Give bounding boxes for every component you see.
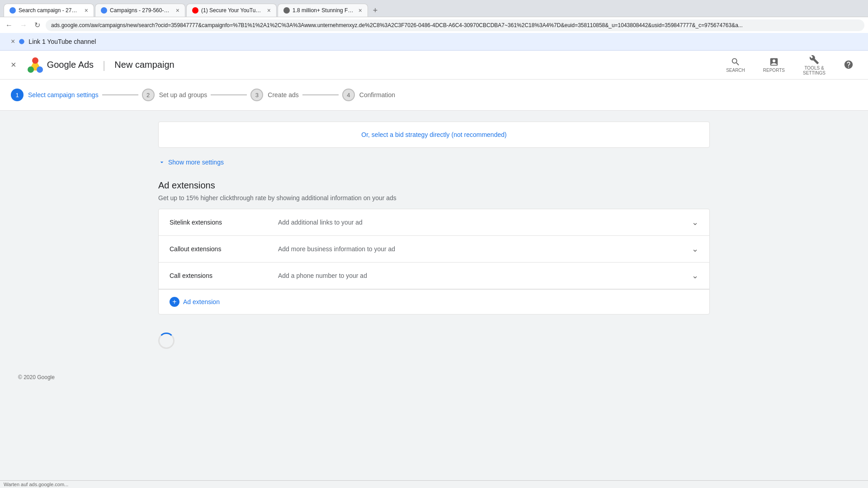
google-ads-logo-icon: [27, 57, 43, 73]
tab-favicon: [101, 7, 107, 14]
svg-point-2: [37, 66, 43, 73]
call-extension-row[interactable]: Call extensions Add a phone number to yo…: [159, 263, 709, 289]
link-notification: × Link 1 YouTube channel: [0, 33, 868, 51]
step-3-label: Create ads: [268, 91, 298, 99]
reports-nav-label: REPORTS: [763, 68, 785, 73]
callout-extension-desc: Add more business information to your ad: [278, 245, 692, 253]
loading-spinner: [158, 333, 175, 349]
page-title: New campaign: [114, 60, 174, 70]
search-icon: [731, 57, 741, 67]
step-4: 4 Confirmation: [342, 89, 395, 101]
page-footer: © 2020 Google: [0, 367, 868, 388]
chevron-down-icon: [158, 159, 165, 166]
header-divider: |: [103, 59, 105, 71]
header-nav: SEARCH REPORTS TOOLS &SETTINGS: [722, 53, 857, 77]
sitelink-extension-desc: Add additional links to your ad: [278, 219, 692, 226]
svg-point-0: [19, 39, 25, 44]
help-icon: [844, 60, 854, 70]
tab-title: Campaigns - 279-560-1893: [110, 7, 171, 14]
browser-tab-active[interactable]: Search campaign - 279-560-... ×: [4, 4, 94, 17]
reload-btn[interactable]: ↻: [33, 19, 42, 31]
svg-point-3: [28, 66, 34, 73]
forward-btn[interactable]: →: [18, 19, 29, 31]
step-2-circle: 2: [142, 89, 155, 101]
tools-icon: [809, 55, 819, 65]
sitelink-extension-row[interactable]: Sitelink extensions Add additional links…: [159, 209, 709, 236]
tab-close-btn[interactable]: ×: [176, 7, 179, 14]
loading-container: [158, 325, 710, 356]
add-extension-btn[interactable]: + Ad extension: [170, 297, 220, 307]
call-extension-desc: Add a phone number to your ad: [278, 272, 692, 279]
tab-title: Search campaign - 279-560-...: [19, 7, 80, 14]
step-connector-2-3: [211, 94, 247, 95]
tab-close-btn[interactable]: ×: [359, 7, 362, 14]
browser-tab-2[interactable]: Campaigns - 279-560-1893 ×: [95, 4, 185, 17]
campaign-stepper: 1 Select campaign settings 2 Set up ad g…: [0, 80, 868, 111]
app-header: × Google Ads | New campaign SEARCH REPOR…: [0, 51, 868, 80]
step-connector-1-2: [102, 94, 138, 95]
step-4-label: Confirmation: [359, 91, 395, 99]
tab-favicon: [9, 7, 16, 14]
address-bar-input[interactable]: [46, 19, 864, 31]
tab-title: 1.8 million+ Stunning Free Im...: [292, 7, 354, 14]
tab-favicon: [192, 7, 198, 14]
step-1-circle: 1: [11, 89, 24, 101]
copyright-text: © 2020 Google: [18, 374, 55, 380]
bid-strategy-section: Or, select a bid strategy directly (not …: [158, 122, 710, 148]
show-more-settings-label: Show more settings: [168, 159, 224, 166]
step-2-label: Set up ad groups: [159, 91, 208, 99]
step-1-label: Select campaign settings: [28, 91, 99, 99]
tools-nav-label: TOOLS &SETTINGS: [803, 66, 826, 75]
back-btn[interactable]: ←: [4, 19, 14, 31]
step-connector-3-4: [302, 94, 339, 95]
browser-chrome: Search campaign - 279-560-... × Campaign…: [0, 0, 868, 33]
add-extension-label: Ad extension: [183, 298, 220, 305]
notification-text: Link 1 YouTube channel: [28, 38, 96, 45]
search-nav-btn[interactable]: SEARCH: [722, 55, 749, 75]
notification-close-btn[interactable]: ×: [11, 38, 15, 46]
step-2: 2 Set up ad groups: [142, 89, 208, 101]
new-tab-btn[interactable]: +: [369, 4, 382, 17]
tools-nav-btn[interactable]: TOOLS &SETTINGS: [799, 53, 829, 77]
ad-extensions-title: Ad extensions: [158, 180, 710, 191]
google-ads-logo: Google Ads: [27, 57, 94, 73]
tab-close-btn[interactable]: ×: [85, 7, 88, 14]
svg-point-4: [32, 57, 38, 64]
search-nav-label: SEARCH: [726, 68, 745, 73]
ad-extensions-section: Ad extensions Get up to 15% higher click…: [158, 180, 710, 314]
address-bar-row: ← → ↻: [0, 17, 868, 33]
extensions-card: Sitelink extensions Add additional links…: [158, 209, 710, 314]
add-extension-icon: +: [170, 297, 179, 307]
reports-nav-btn[interactable]: REPORTS: [760, 55, 788, 75]
callout-chevron-icon: ⌄: [692, 244, 698, 254]
browser-tab-4[interactable]: 1.8 million+ Stunning Free Im... ×: [278, 4, 368, 17]
google-ads-logo-text: Google Ads: [47, 60, 94, 70]
step-1: 1 Select campaign settings: [11, 89, 99, 101]
callout-extension-row[interactable]: Callout extensions Add more business inf…: [159, 236, 709, 263]
help-nav-btn[interactable]: [840, 58, 857, 72]
main-content: Or, select a bid strategy directly (not …: [140, 111, 728, 367]
step-4-circle: 4: [342, 89, 355, 101]
ad-extensions-subtitle: Get up to 15% higher clickthrough rate b…: [158, 194, 710, 202]
step-3-circle: 3: [250, 89, 263, 101]
step-3: 3 Create ads: [250, 89, 298, 101]
tab-title: (1) Secure Your YouTube Acc...: [201, 7, 263, 14]
show-more-settings-toggle[interactable]: Show more settings: [158, 159, 224, 166]
bid-strategy-link[interactable]: Or, select a bid strategy directly (not …: [361, 131, 506, 138]
sitelink-chevron-icon: ⌄: [692, 217, 698, 227]
tab-favicon: [283, 7, 290, 14]
notification-favicon: [19, 38, 25, 45]
browser-tab-3[interactable]: (1) Secure Your YouTube Acc... ×: [186, 4, 277, 17]
reports-icon: [769, 57, 779, 67]
tab-close-btn[interactable]: ×: [267, 7, 271, 14]
add-extension-row[interactable]: + Ad extension: [159, 289, 709, 314]
close-campaign-btn[interactable]: ×: [11, 60, 16, 70]
call-chevron-icon: ⌄: [692, 271, 698, 281]
tab-bar: Search campaign - 279-560-... × Campaign…: [0, 0, 868, 17]
callout-extension-name: Callout extensions: [170, 245, 278, 253]
call-extension-name: Call extensions: [170, 272, 278, 279]
sitelink-extension-name: Sitelink extensions: [170, 219, 278, 226]
